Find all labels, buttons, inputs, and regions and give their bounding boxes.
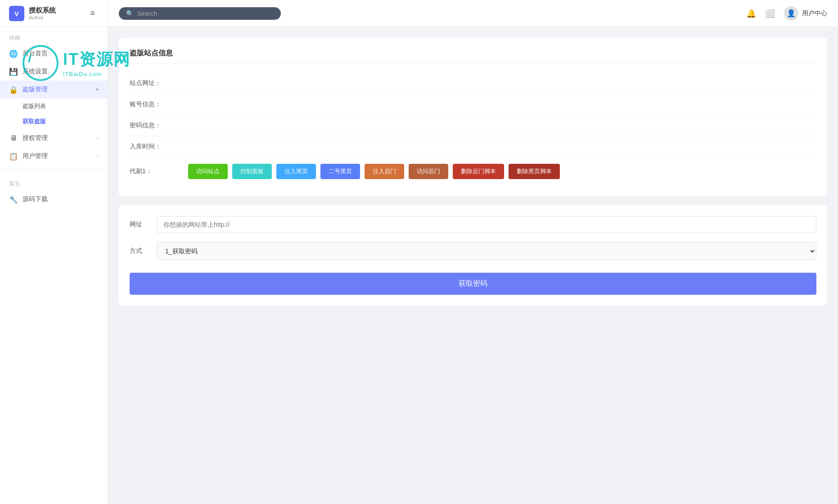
window-icon[interactable]: ⬜ — [765, 9, 775, 18]
piracy-info-card: 盗版站点信息 站点网址： 账号信息： 密码信息： 入库时间： 代刷1： 访问站点… — [119, 38, 827, 196]
main-content: 盗版站点信息 站点网址： 账号信息： 密码信息： 入库时间： 代刷1： 访问站点… — [108, 27, 838, 504]
menu-toggle[interactable]: ≡ — [86, 9, 99, 18]
sidebar-sub-get-piracy[interactable]: 获取盗版 — [0, 114, 108, 129]
sidebar-item-auth[interactable]: 🖥 授权管理 › — [0, 129, 108, 147]
header-right: 🔔 ⬜ 👤 用户中心 — [746, 6, 827, 21]
action-label: 代刷1： — [130, 167, 184, 176]
section-func-label: 功能 — [0, 27, 108, 45]
piracy-icon: 🔒 — [9, 85, 18, 94]
del-black-script-button[interactable]: 删除黑页脚本 — [509, 164, 560, 179]
sidebar-item-piracy-label: 盗版管理 — [23, 86, 48, 94]
chevron-right-auth-icon: › — [97, 135, 99, 141]
hamburger-icon: ≡ — [86, 7, 99, 19]
sidebar-item-dashboard[interactable]: 🌐 后台首页 — [0, 45, 108, 63]
submit-button[interactable]: 获取密码 — [130, 273, 816, 295]
method-form-label: 方式 — [130, 247, 157, 255]
logo-subtitle: Author — [29, 15, 56, 20]
visit-site-button[interactable]: 访问站点 — [188, 164, 228, 179]
sidebar-item-source-label: 源码下载 — [23, 195, 48, 203]
get-piracy-label: 获取盗版 — [23, 117, 46, 126]
chevron-right-users-icon: › — [97, 153, 99, 159]
method-form-row: 方式 1_获取密码 2_注入后门 3_注入黑页 — [130, 242, 816, 260]
sidebar: V 授权系统 Author ≡ 功能 🌐 后台首页 💾 系统设置 🔒 盗版管理 … — [0, 0, 108, 504]
sidebar-item-source[interactable]: 🔧 源码下载 — [0, 190, 108, 208]
auth-icon: 🖥 — [9, 134, 18, 143]
info-row-url: 站点网址： — [130, 73, 816, 94]
svg-text:V: V — [14, 10, 19, 18]
chevron-down-icon: ▾ — [96, 86, 99, 93]
sidebar-item-users-label: 用户管理 — [23, 152, 48, 160]
dashboard-icon: 🌐 — [9, 49, 18, 58]
main-wrapper: 🔍 🔔 ⬜ 👤 用户中心 盗版站点信息 站点网址： 账号信息： — [108, 0, 838, 504]
sidebar-item-users[interactable]: 📋 用户管理 › — [0, 147, 108, 165]
sidebar-item-dashboard-label: 后台首页 — [23, 50, 48, 58]
piracy-list-label: 盗版列表 — [23, 102, 46, 110]
sidebar-sub-piracy-list[interactable]: 盗版列表 — [0, 99, 108, 114]
search-bar[interactable]: 🔍 — [119, 7, 281, 20]
info-row-account: 账号信息： — [130, 94, 816, 115]
header: 🔍 🔔 ⬜ 👤 用户中心 — [108, 0, 838, 27]
url-form-row: 网址 — [130, 216, 816, 233]
account-label: 账号信息： — [130, 100, 184, 108]
user-label: 用户中心 — [802, 9, 827, 18]
inject-backend-button[interactable]: 注入后门 — [365, 164, 404, 179]
card-title: 盗版站点信息 — [130, 49, 816, 64]
app-logo-icon: V — [9, 6, 24, 21]
section-other-label: 其它 — [0, 173, 108, 190]
visit-backend-button[interactable]: 访问后门 — [409, 164, 448, 179]
system-icon: 💾 — [9, 67, 18, 76]
action-row: 代刷1： 访问站点 控制面板 注入黑页 二号黑页 注入后门 访问后门 删除后门脚… — [130, 158, 816, 185]
info-row-time: 入库时间： — [130, 136, 816, 158]
notification-icon[interactable]: 🔔 — [746, 9, 756, 18]
info-row-password: 密码信息： — [130, 115, 816, 136]
search-input[interactable] — [137, 10, 274, 17]
users-icon: 📋 — [9, 152, 18, 161]
time-label: 入库时间： — [130, 143, 184, 151]
logo-area: V 授权系统 Author ≡ — [0, 0, 108, 27]
logo-title: 授权系统 — [29, 6, 56, 15]
sidebar-item-auth-label: 授权管理 — [23, 134, 48, 142]
inject-black-button[interactable]: 注入黑页 — [276, 164, 316, 179]
sidebar-item-system-label: 系统设置 — [23, 68, 48, 76]
control-panel-button[interactable]: 控制面板 — [232, 164, 272, 179]
password-label: 密码信息： — [130, 122, 184, 130]
source-icon: 🔧 — [9, 195, 18, 204]
sidebar-item-system[interactable]: 💾 系统设置 — [0, 63, 108, 81]
form-section: 网址 方式 1_获取密码 2_注入后门 3_注入黑页 获取密码 — [119, 205, 827, 306]
avatar: 👤 — [784, 6, 798, 21]
search-icon: 🔍 — [126, 10, 134, 17]
url-label: 站点网址： — [130, 79, 184, 87]
del-backend-script-button[interactable]: 删除后门脚本 — [453, 164, 504, 179]
user-center[interactable]: 👤 用户中心 — [784, 6, 827, 21]
url-form-label: 网址 — [130, 220, 157, 229]
url-form-input[interactable] — [157, 216, 816, 233]
sidebar-divider — [0, 169, 108, 169]
sidebar-item-piracy[interactable]: 🔒 盗版管理 ▾ — [0, 81, 108, 99]
second-black-button[interactable]: 二号黑页 — [320, 164, 360, 179]
method-select[interactable]: 1_获取密码 2_注入后门 3_注入黑页 — [157, 242, 816, 260]
